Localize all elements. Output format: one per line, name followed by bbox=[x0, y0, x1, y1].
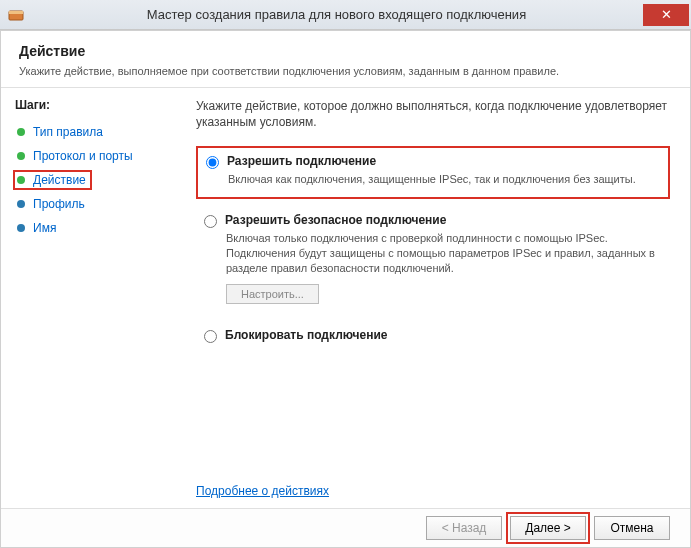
option-allow-secure: Разрешить безопасное подключение Включая… bbox=[196, 207, 670, 314]
bullet-icon bbox=[17, 128, 25, 136]
option-allow-title: Разрешить подключение bbox=[227, 154, 376, 168]
step-protocol-ports[interactable]: Протокол и порты bbox=[15, 146, 178, 166]
step-label: Протокол и порты bbox=[33, 149, 133, 163]
svg-rect-1 bbox=[9, 11, 23, 14]
titlebar: Мастер создания правила для нового входя… bbox=[0, 0, 691, 30]
cancel-button[interactable]: Отмена bbox=[594, 516, 670, 540]
step-label: Имя bbox=[33, 221, 56, 235]
learn-more-link[interactable]: Подробнее о действиях bbox=[196, 484, 329, 498]
step-name[interactable]: Имя bbox=[15, 218, 178, 238]
step-rule-type[interactable]: Тип правила bbox=[15, 122, 178, 142]
option-allow-desc: Включая как подключения, защищенные IPSe… bbox=[228, 172, 660, 187]
step-profile[interactable]: Профиль bbox=[15, 194, 178, 214]
radio-allow[interactable] bbox=[206, 156, 219, 169]
configure-button: Настроить... bbox=[226, 284, 319, 304]
bullet-icon bbox=[17, 152, 25, 160]
back-button[interactable]: < Назад bbox=[426, 516, 502, 540]
main-panel: Укажите действие, которое должно выполня… bbox=[186, 88, 690, 508]
step-label: Профиль bbox=[33, 197, 85, 211]
step-label: Действие bbox=[33, 173, 90, 187]
option-block-row[interactable]: Блокировать подключение bbox=[204, 328, 662, 343]
step-action[interactable]: Действие bbox=[13, 170, 92, 190]
close-icon: ✕ bbox=[661, 7, 672, 22]
next-button[interactable]: Далее > bbox=[510, 516, 586, 540]
page-title: Действие bbox=[19, 43, 672, 59]
close-button[interactable]: ✕ bbox=[643, 4, 689, 26]
steps-heading: Шаги: bbox=[15, 98, 178, 112]
steps-sidebar: Шаги: Тип правила Протокол и порты Дейст… bbox=[1, 88, 186, 508]
bullet-icon bbox=[17, 224, 25, 232]
step-label: Тип правила bbox=[33, 125, 103, 139]
option-allow-secure-title: Разрешить безопасное подключение bbox=[225, 213, 446, 227]
wizard-footer: < Назад Далее > Отмена bbox=[1, 508, 690, 547]
radio-block[interactable] bbox=[204, 330, 217, 343]
option-block: Блокировать подключение bbox=[196, 322, 670, 353]
bullet-icon bbox=[17, 200, 25, 208]
intro-text: Укажите действие, которое должно выполня… bbox=[196, 98, 670, 130]
option-block-title: Блокировать подключение bbox=[225, 328, 388, 342]
app-icon bbox=[8, 7, 24, 23]
page-subtitle: Укажите действие, выполняемое при соотве… bbox=[19, 65, 672, 77]
option-allow-row[interactable]: Разрешить подключение bbox=[206, 154, 660, 169]
option-allow-secure-row[interactable]: Разрешить безопасное подключение bbox=[204, 213, 662, 228]
bullet-icon bbox=[17, 176, 25, 184]
option-allow: Разрешить подключение Включая как подклю… bbox=[196, 146, 670, 199]
wizard-header: Действие Укажите действие, выполняемое п… bbox=[1, 31, 690, 88]
option-allow-secure-desc: Включая только подключения с проверкой п… bbox=[226, 231, 662, 276]
radio-allow-secure[interactable] bbox=[204, 215, 217, 228]
window-title: Мастер создания правила для нового входя… bbox=[30, 7, 643, 22]
